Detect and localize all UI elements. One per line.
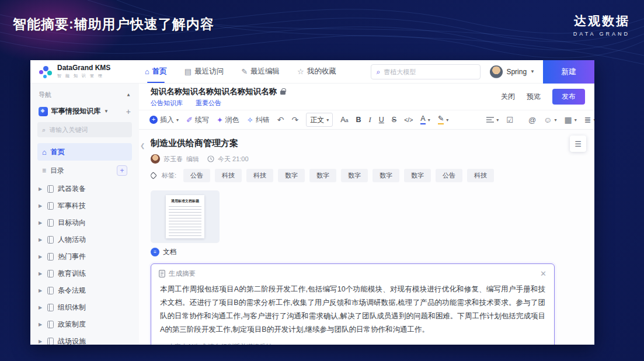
tag-chip[interactable]: 科技 xyxy=(467,169,494,182)
font-color-button[interactable]: A ▾ xyxy=(420,115,430,125)
strikethrough-button[interactable]: S xyxy=(392,116,396,124)
sparkle-icon: ✧ xyxy=(247,116,253,124)
tree-item-label: 热门事件 xyxy=(58,252,86,262)
expand-caret-icon[interactable]: ▶ xyxy=(39,322,43,327)
add-catalog-button[interactable]: + xyxy=(117,165,127,176)
book-icon xyxy=(47,253,54,261)
expand-caret-icon[interactable]: ▶ xyxy=(39,305,43,310)
nav-item[interactable]: ▤ 最近访问 xyxy=(185,60,224,83)
tree-item[interactable]: ▶ 政策制度 xyxy=(37,316,132,333)
tree-item[interactable]: ▶ 武器装备 xyxy=(37,180,132,197)
collapse-chevron-icon[interactable]: ▼ xyxy=(126,92,131,98)
expand-caret-icon[interactable]: ▶ xyxy=(39,254,43,259)
sidebar-search-input[interactable] xyxy=(49,126,119,133)
code-button[interactable]: </> xyxy=(404,116,413,123)
global-search-input[interactable] xyxy=(384,68,465,75)
expand-caret-icon[interactable]: ▶ xyxy=(39,237,43,242)
redo-button[interactable]: ↷ xyxy=(291,115,298,124)
highlight-button[interactable]: ✎ ▾ xyxy=(438,115,449,125)
global-search[interactable]: ⌕ xyxy=(371,64,481,79)
table-button[interactable]: ▦ ▾ xyxy=(564,115,576,124)
tree-item[interactable]: ▶ 人物活动 xyxy=(37,231,132,248)
close-icon[interactable]: ✕ xyxy=(540,269,546,278)
sidebar-item-catalog[interactable]: ≡ 目录 + xyxy=(37,162,132,179)
undo-button[interactable]: ↶ xyxy=(277,115,284,124)
catalog-tree: ▶ 武器装备 ▶ 军事科技 ▶ xyxy=(37,180,132,345)
add-knowledge-base-button[interactable]: + xyxy=(126,107,131,116)
tree-item[interactable]: ▶ 目标动向 xyxy=(37,214,132,231)
chevron-down-icon: ▾ xyxy=(428,117,430,123)
more-tools-button[interactable]: ≣ ▾ xyxy=(584,115,594,124)
user-menu[interactable]: Spring ▼ xyxy=(490,65,535,78)
mention-icon[interactable]: @ xyxy=(528,116,536,124)
expand-caret-icon[interactable]: ▶ xyxy=(39,271,43,276)
ai-correct-button[interactable]: ✧ 纠错 xyxy=(247,115,270,125)
tag-chip[interactable]: 科技 xyxy=(246,169,273,182)
tag-chip[interactable]: 数字 xyxy=(278,169,305,182)
tree-item[interactable]: ▶ 战场设施 xyxy=(37,333,132,345)
expand-caret-icon[interactable]: ▶ xyxy=(39,288,43,293)
insert-menu-button[interactable]: + 插入 ▾ xyxy=(149,115,179,125)
knowledge-base-selector[interactable]: 军事情报知识库 ▼ + xyxy=(37,105,132,122)
font-size-button[interactable]: Aa xyxy=(340,116,348,124)
sidebar-item-home[interactable]: ⌂ 首页 xyxy=(37,143,132,161)
expand-caret-icon[interactable]: ▶ xyxy=(39,220,43,225)
book-icon xyxy=(47,202,54,210)
tag-chip[interactable]: 科技 xyxy=(215,169,242,182)
chevron-down-icon: ▾ xyxy=(496,117,499,123)
tree-item-label: 人物活动 xyxy=(58,235,86,245)
hamburger-icon: ☰ xyxy=(575,140,582,148)
plus-circle-icon: + xyxy=(149,116,158,124)
ai-continue-button[interactable]: ✐ 续写 xyxy=(186,115,209,125)
doc-link[interactable]: 重要公告 xyxy=(196,99,221,107)
tree-item[interactable]: ▶ 条令法规 xyxy=(37,282,132,299)
tag-chip[interactable]: 数字 xyxy=(341,169,368,182)
sidebar: 导航 ▼ 军事情报知识库 ▼ + ⌕ ⌂ 首页 ≡ xyxy=(30,84,139,345)
tree-item[interactable]: ▶ 组织体制 xyxy=(37,299,132,316)
app-title: DataGrand KMS xyxy=(57,64,110,72)
italic-button[interactable]: I xyxy=(369,116,371,124)
highlight-pen-icon: ✎ xyxy=(438,115,444,125)
editor-area[interactable]: ❮ ☰ 制造业供给商管理方案 苏玉春 编辑 今天 21:00 xyxy=(139,130,594,345)
ai-polish-button[interactable]: ✦ 润色 xyxy=(217,115,239,125)
publish-button[interactable]: 发布 xyxy=(552,89,585,105)
main-content: 知识名称知识名称知识名称知识名称 公告知识库重要公告 关闭 预览 发布 xyxy=(139,84,594,345)
doc-link[interactable]: 公告知识库 xyxy=(151,99,183,107)
tag-chip[interactable]: 数字 xyxy=(309,169,336,182)
tag-chip[interactable]: 数字 xyxy=(404,169,431,182)
attachment-thumbnail[interactable]: 通用标准文档标题 xyxy=(151,190,220,243)
task-checkbox-icon[interactable]: ☑ xyxy=(506,116,513,124)
outline-toggle-button[interactable]: ☰ xyxy=(570,136,586,152)
bold-button[interactable]: B xyxy=(356,116,361,124)
tree-item[interactable]: ▶ 军事科技 xyxy=(37,197,132,214)
tag-chip[interactable]: 数字 xyxy=(373,169,399,182)
slide-title: 智能摘要:辅助用户快速了解内容 xyxy=(13,15,214,33)
tag-chip[interactable]: 公告 xyxy=(436,169,462,182)
new-button[interactable]: 新建 xyxy=(543,60,594,84)
emoji-button[interactable]: ☺ ▾ xyxy=(544,115,556,124)
tree-item[interactable]: ▶ 教育训练 xyxy=(37,265,132,282)
document-meta: 苏玉春 编辑 今天 21:00 xyxy=(151,154,555,164)
expand-caret-icon[interactable]: ▶ xyxy=(39,339,43,344)
preview-text-lines xyxy=(169,206,201,237)
panel-collapse-handle[interactable]: ❮ xyxy=(140,143,145,149)
nav-item[interactable]: ⌂ 首页 xyxy=(145,60,167,83)
paragraph-style-select[interactable]: 正文 ▾ xyxy=(306,113,333,127)
preview-button[interactable]: 预览 xyxy=(527,92,541,102)
recent-visit-icon: ▤ xyxy=(185,67,192,76)
expand-caret-icon[interactable]: ▶ xyxy=(39,186,43,192)
favorites-icon: ☆ xyxy=(297,67,304,76)
tree-item[interactable]: ▶ 热门事件 xyxy=(37,248,132,265)
nav-item[interactable]: ✎ 最近编辑 xyxy=(241,60,280,83)
chevron-down-icon: ▾ xyxy=(326,117,329,123)
close-button[interactable]: 关闭 xyxy=(501,92,515,102)
tag-chip[interactable]: 公告 xyxy=(183,169,210,182)
align-button[interactable]: ▾ xyxy=(486,116,499,123)
expand-caret-icon[interactable]: ▶ xyxy=(39,203,43,209)
sidebar-search[interactable]: ⌕ xyxy=(37,122,132,137)
chevron-down-icon: ▾ xyxy=(575,117,577,123)
chevron-down-icon: ▼ xyxy=(530,69,535,74)
nav-item[interactable]: ☆ 我的收藏 xyxy=(297,60,336,83)
app-window: DataGrand KMS 智 能 知 识 管 理 ⌂ 首页 ▤ 最近访问 xyxy=(30,60,594,345)
underline-button[interactable]: U xyxy=(379,116,384,124)
